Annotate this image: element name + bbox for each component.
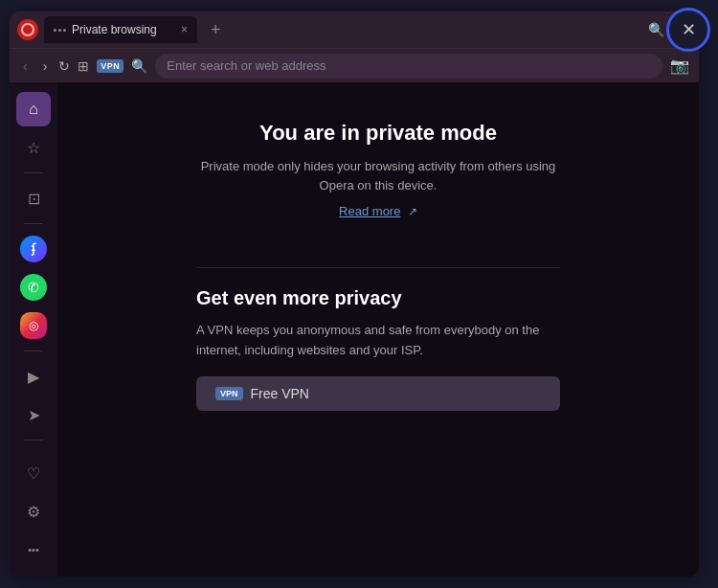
browser-window: Private browsing × + 🔍 — ‹ › ↻ ⊞ VPN 🔍 📷… (10, 11, 699, 577)
tab-title-label: Private browsing (72, 23, 157, 36)
sidebar-divider-1 (24, 172, 43, 173)
private-mode-section: You are in private mode Private mode onl… (196, 121, 560, 219)
player-icon: ▶ (28, 368, 39, 386)
address-input[interactable] (155, 54, 662, 79)
inbox-icon: ⊡ (28, 190, 40, 208)
reload-button[interactable]: ↻ (58, 58, 70, 74)
close-window-button[interactable]: ✕ (666, 8, 710, 52)
vpn-button-badge: VPN (215, 387, 243, 400)
sidebar-item-bookmarks[interactable]: ☆ (16, 130, 51, 165)
close-icon: ✕ (682, 19, 696, 40)
vpn-description: A VPN keeps you anonymous and safe from … (196, 321, 560, 361)
sidebar-divider-2 (24, 223, 43, 224)
sidebar-divider-3 (24, 351, 43, 351)
read-more-arrow: ↗ (408, 205, 417, 218)
vpn-button-label: Free VPN (251, 386, 309, 401)
address-bar: ‹ › ↻ ⊞ VPN 🔍 📷 (10, 48, 699, 82)
back-button[interactable]: ‹ (19, 57, 32, 76)
tab-private-icon (54, 29, 66, 32)
sidebar-item-inbox[interactable]: ⊡ (16, 181, 51, 215)
sidebar-item-whatsapp[interactable]: ✆ (16, 270, 51, 305)
private-mode-description: Private mode only hides your browsing ac… (196, 157, 560, 194)
free-vpn-button[interactable]: VPN Free VPN (196, 376, 560, 411)
grid-button[interactable]: ⊞ (78, 58, 89, 74)
section-divider (196, 267, 560, 268)
active-tab[interactable]: Private browsing × (44, 16, 197, 43)
sidebar-item-settings[interactable]: ⚙ (16, 494, 51, 529)
vpn-section-title: Get even more privacy (196, 287, 560, 309)
sidebar-item-instagram[interactable]: ◎ (16, 308, 51, 343)
tab-close-button[interactable]: × (181, 23, 188, 36)
home-icon: ⌂ (29, 101, 38, 118)
sidebar-item-heart[interactable]: ♡ (16, 456, 51, 490)
read-more-link[interactable]: Read more (339, 204, 400, 218)
heart-icon: ♡ (27, 464, 40, 483)
send-icon: ➤ (28, 406, 40, 424)
sidebar-divider-4 (24, 440, 43, 441)
more-icon: ••• (28, 544, 39, 555)
messenger-icon: ʄ (20, 236, 47, 262)
settings-icon: ⚙ (27, 503, 40, 521)
forward-button[interactable]: › (39, 57, 52, 76)
bookmarks-icon: ☆ (27, 139, 40, 157)
camera-icon[interactable]: 📷 (670, 57, 689, 75)
opera-logo (17, 19, 38, 40)
vpn-badge[interactable]: VPN (97, 59, 123, 73)
sidebar-item-send[interactable]: ➤ (16, 397, 51, 432)
whatsapp-icon: ✆ (20, 274, 47, 301)
search-icon: 🔍 (131, 58, 147, 74)
search-button[interactable]: 🔍 (648, 22, 664, 37)
sidebar-item-messenger[interactable]: ʄ (16, 232, 51, 266)
new-tab-button[interactable]: + (203, 20, 229, 40)
title-bar: Private browsing × + 🔍 — (10, 11, 699, 48)
instagram-icon: ◎ (20, 312, 47, 339)
private-mode-title: You are in private mode (196, 121, 560, 146)
sidebar-item-opera-player[interactable]: ▶ (16, 359, 51, 394)
vpn-section: Get even more privacy A VPN keeps you an… (196, 287, 560, 411)
sidebar-item-more[interactable]: ••• (16, 532, 51, 567)
main-layout: ⌂ ☆ ⊡ ʄ ✆ ◎ (10, 82, 699, 577)
sidebar-item-home[interactable]: ⌂ (16, 92, 51, 126)
read-more-container: Read more ↗ (196, 202, 560, 219)
sidebar: ⌂ ☆ ⊡ ʄ ✆ ◎ (10, 82, 57, 577)
content-area: You are in private mode Private mode onl… (57, 82, 699, 577)
